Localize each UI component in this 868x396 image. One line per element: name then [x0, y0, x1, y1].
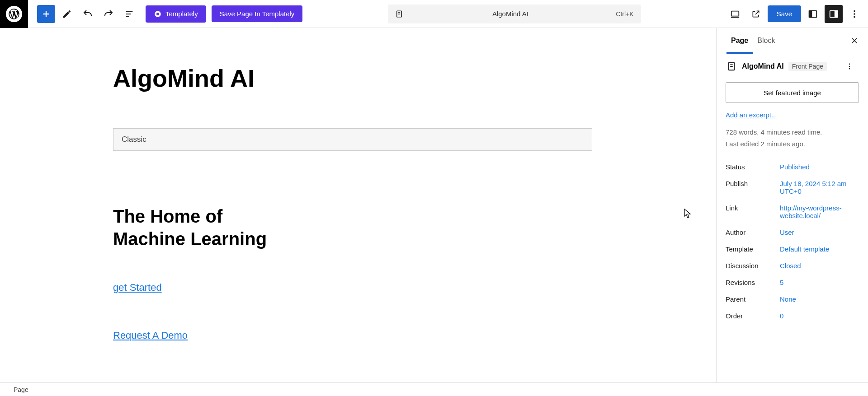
set-featured-image-label: Set featured image: [764, 89, 821, 97]
page-title[interactable]: AlgoMind AI: [113, 64, 716, 92]
svg-point-2: [156, 13, 159, 15]
settings-sidebar: Page Block AlgoMind AI Front Page Set fe…: [716, 28, 868, 382]
sidebar-right-toggle[interactable]: [825, 5, 843, 23]
row-author-value[interactable]: User: [780, 228, 859, 236]
wordpress-logo-icon: [6, 6, 22, 22]
breadcrumb-status-bar: Page: [0, 382, 868, 396]
toolbar-right-group: Save: [726, 5, 868, 23]
row-status-key: Status: [726, 163, 780, 171]
sidebar-doc-name: AlgoMind AI: [742, 62, 784, 70]
svg-point-10: [854, 13, 855, 15]
add-excerpt-link[interactable]: Add an excerpt...: [726, 111, 777, 119]
row-link-value[interactable]: http://my-wordpress-website.local/: [780, 204, 859, 219]
view-device-button[interactable]: [726, 5, 744, 23]
classic-block[interactable]: Classic: [113, 128, 592, 151]
toolbar-left-group: Templately Save Page In Templately: [28, 5, 302, 23]
row-status-value[interactable]: Published: [780, 163, 859, 171]
row-order-value[interactable]: 0: [780, 312, 859, 320]
row-publish-key: Publish: [726, 180, 780, 187]
svg-point-14: [849, 66, 850, 67]
edit-tool-button[interactable]: [58, 5, 76, 23]
last-edited-text: Last edited 2 minutes ago.: [726, 138, 859, 150]
document-icon: [395, 10, 403, 18]
classic-block-label: Classic: [122, 135, 146, 144]
row-discussion: Discussion Closed: [717, 257, 868, 274]
options-menu-button[interactable]: [845, 5, 863, 23]
save-button[interactable]: Save: [768, 5, 801, 22]
row-discussion-value[interactable]: Closed: [780, 262, 859, 270]
get-started-link[interactable]: get Started: [113, 282, 716, 294]
save-templately-label: Save Page In Templately: [220, 10, 295, 18]
doc-meta-text: 728 words, 4 minutes read time. Last edi…: [717, 126, 868, 149]
row-status: Status Published: [717, 158, 868, 175]
templately-button[interactable]: Templately: [146, 5, 206, 23]
sidebar-tabs: Page Block: [717, 28, 868, 53]
row-link: Link http://my-wordpress-website.local/: [717, 200, 868, 224]
row-template-key: Template: [726, 245, 780, 253]
svg-point-11: [854, 16, 855, 18]
svg-rect-6: [809, 10, 812, 17]
add-block-button[interactable]: [37, 5, 55, 23]
view-external-button[interactable]: [747, 5, 765, 23]
save-button-label: Save: [777, 10, 792, 18]
row-revisions-key: Revisions: [726, 279, 780, 286]
svg-point-9: [854, 10, 855, 12]
command-shortcut: Ctrl+K: [616, 10, 633, 18]
svg-point-13: [849, 63, 850, 65]
row-order-key: Order: [726, 312, 780, 320]
save-templately-button[interactable]: Save Page In Templately: [212, 5, 303, 22]
top-toolbar: Templately Save Page In Templately AlgoM…: [0, 0, 868, 28]
sidebar-left-toggle[interactable]: [804, 5, 822, 23]
tab-page-label: Page: [731, 37, 748, 45]
front-page-badge: Front Page: [788, 62, 827, 71]
document-title-text: AlgoMind AI: [410, 10, 612, 18]
tab-page[interactable]: Page: [726, 28, 753, 53]
row-template-value[interactable]: Default template: [780, 245, 859, 253]
svg-rect-8: [835, 10, 838, 17]
row-order: Order 0: [717, 307, 868, 324]
wordpress-logo[interactable]: [0, 0, 28, 28]
row-parent-key: Parent: [726, 295, 780, 303]
heading-block[interactable]: The Home of Machine Learning: [113, 205, 339, 250]
request-demo-link[interactable]: Request A Demo: [113, 330, 716, 341]
title-bar-wrap: AlgoMind AI Ctrl+K: [302, 5, 726, 23]
row-discussion-key: Discussion: [726, 262, 780, 270]
row-author-key: Author: [726, 228, 780, 236]
row-template: Template Default template: [717, 241, 868, 257]
editor-canvas: AlgoMind AI Classic The Home of Machine …: [0, 28, 716, 382]
row-publish: Publish July 18, 2024 5:12 am UTC+0: [717, 175, 868, 200]
close-sidebar-button[interactable]: [845, 32, 863, 50]
document-title-bar[interactable]: AlgoMind AI Ctrl+K: [388, 5, 641, 23]
svg-rect-4: [731, 11, 739, 16]
document-overview-button[interactable]: [120, 5, 138, 23]
sidebar-doc-actions[interactable]: [845, 62, 859, 70]
templately-label: Templately: [165, 10, 198, 18]
heading-line1: The Home of: [113, 206, 222, 226]
excerpt-row: Add an excerpt...: [717, 111, 868, 126]
svg-point-15: [849, 68, 850, 70]
set-featured-image-button[interactable]: Set featured image: [726, 82, 859, 103]
row-author: Author User: [717, 224, 868, 241]
row-revisions: Revisions 5: [717, 274, 868, 291]
breadcrumb-text[interactable]: Page: [14, 386, 28, 393]
editor-canvas-scroll[interactable]: AlgoMind AI Classic The Home of Machine …: [0, 28, 716, 382]
row-link-key: Link: [726, 204, 780, 212]
templately-icon: [154, 10, 162, 18]
undo-button[interactable]: [79, 5, 97, 23]
sidebar-doc-header: AlgoMind AI Front Page: [717, 53, 868, 79]
row-parent-value[interactable]: None: [780, 295, 859, 303]
row-parent: Parent None: [717, 291, 868, 307]
row-revisions-value[interactable]: 5: [780, 279, 859, 286]
document-icon: [726, 61, 737, 72]
row-publish-value[interactable]: July 18, 2024 5:12 am UTC+0: [780, 180, 859, 195]
word-count-text: 728 words, 4 minutes read time.: [726, 126, 859, 138]
tab-block-label: Block: [757, 37, 775, 45]
redo-button[interactable]: [99, 5, 118, 23]
heading-line2: Machine Learning: [113, 229, 267, 249]
tab-block[interactable]: Block: [753, 28, 779, 53]
